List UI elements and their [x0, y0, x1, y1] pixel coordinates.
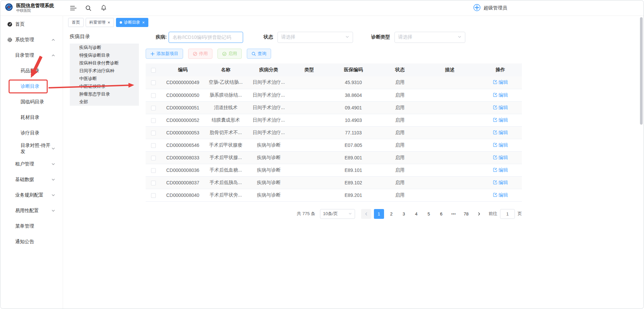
row-checkbox[interactable] — [151, 143, 156, 148]
sidebar-item[interactable]: 药品目录 — [0, 63, 63, 79]
table-row: CD0000008040手术后甲状旁...疾病与诊断E89.201启用编辑 — [146, 189, 522, 201]
chevron-down-icon — [51, 193, 55, 197]
chevron-up-icon — [51, 38, 55, 42]
edit-button[interactable]: 编辑 — [493, 105, 508, 111]
cell-name: 手术后甲状腺瘘 — [205, 139, 247, 151]
cell-description — [421, 151, 479, 164]
category-item[interactable]: 日间手术治疗病种 — [70, 67, 139, 75]
sidebar-item[interactable]: 系统管理 — [0, 32, 63, 48]
search-icon[interactable] — [85, 5, 92, 11]
edit-button[interactable]: 编辑 — [493, 155, 508, 161]
sidebar-item[interactable]: 首页 — [0, 17, 63, 32]
page-number[interactable]: 6 — [436, 209, 446, 219]
row-checkbox[interactable] — [151, 193, 156, 198]
table-row: CD0000008037手术后低胰岛...疾病与诊断E89.102启用编辑 — [146, 176, 522, 189]
disease-search-input[interactable] — [169, 32, 243, 43]
edit-button[interactable]: 编辑 — [493, 92, 508, 98]
sidebar-item[interactable]: 通知公告 — [0, 234, 63, 250]
row-checkbox[interactable] — [151, 80, 156, 85]
status-select[interactable]: 请选择 — [277, 32, 353, 43]
sidebar-item[interactable]: 目录对照-待开发 — [0, 141, 63, 156]
user-info[interactable]: 超级管理员 — [473, 4, 507, 12]
tab-item[interactable]: 科室管理× — [86, 18, 114, 27]
row-checkbox[interactable] — [151, 118, 156, 123]
row-checkbox[interactable] — [151, 168, 156, 173]
sidebar-item[interactable]: 易用性配置 — [0, 203, 63, 218]
column-header: 编码 — [161, 63, 205, 76]
sidebar-item[interactable]: 目录管理 — [0, 48, 63, 63]
sidebar-item[interactable]: 基础数据 — [0, 172, 63, 187]
cell-description — [421, 176, 479, 189]
page-number[interactable]: 1 — [374, 209, 384, 219]
collapse-menu-icon[interactable] — [70, 5, 77, 11]
table-row: CD0000008036手术后低血糖...疾病与诊断E89.101启用编辑 — [146, 164, 522, 176]
sidebar-item-active[interactable]: 诊断目录 — [0, 79, 63, 94]
edit-icon — [493, 93, 497, 98]
close-icon[interactable]: × — [108, 20, 110, 25]
edit-button[interactable]: 编辑 — [493, 117, 508, 123]
sidebar-item[interactable]: 诊疗目录 — [0, 125, 63, 141]
sidebar-item[interactable]: 租户管理 — [0, 156, 63, 172]
cell-category: 日间手术治疗... — [247, 101, 291, 114]
row-checkbox[interactable] — [151, 106, 156, 110]
edit-button[interactable]: 编辑 — [493, 142, 508, 148]
sidebar-item-label: 目录对照-待开发 — [21, 143, 51, 155]
next-page-button[interactable] — [474, 209, 484, 219]
page-number[interactable]: 5 — [424, 209, 434, 219]
category-item[interactable]: 中医诊断 — [70, 75, 139, 82]
edit-button[interactable]: 编辑 — [493, 167, 508, 173]
sidebar-item[interactable]: 国临码目录 — [0, 94, 63, 110]
category-item[interactable]: 按病种目录付费诊断 — [70, 59, 139, 67]
diagnosis-type-select[interactable]: 请选择 — [394, 32, 465, 43]
pagination: 共 775 条 10条/页 123456•••78 前往 页 — [146, 209, 522, 219]
top-header: 医院信息管理系统 中联医院 超级管理员 — [0, 0, 644, 16]
edit-icon — [493, 192, 497, 198]
category-item[interactable]: 疾病与诊断 — [70, 44, 139, 51]
sidebar-item[interactable]: 业务规则配置 — [0, 187, 63, 203]
circle-slash-icon — [193, 52, 197, 56]
column-header: 名称 — [205, 63, 247, 76]
tab-active[interactable]: 诊断目录× — [116, 18, 149, 27]
page-size-select[interactable]: 10条/页 — [320, 209, 355, 219]
edit-button[interactable]: 编辑 — [493, 79, 508, 85]
sidebar-item[interactable]: 菜单管理 — [0, 218, 63, 234]
select-all-checkbox[interactable] — [151, 68, 156, 73]
row-checkbox[interactable] — [151, 156, 156, 160]
category-item[interactable]: 全部 — [70, 98, 139, 106]
row-checkbox[interactable] — [151, 181, 156, 185]
prev-page-button[interactable] — [361, 209, 371, 219]
page-number[interactable]: 2 — [386, 209, 397, 219]
row-checkbox[interactable] — [151, 131, 156, 135]
row-checkbox[interactable] — [151, 93, 156, 98]
column-header: 类型 — [291, 63, 328, 76]
cell-type — [291, 114, 328, 126]
query-button[interactable]: 查询 — [247, 49, 271, 59]
category-item[interactable]: 肿瘤形态学目录 — [70, 90, 139, 98]
chevron-down-icon — [51, 178, 55, 182]
cell-description — [421, 114, 479, 126]
status-filter-label: 状态 — [264, 34, 273, 40]
category-item[interactable]: 中医证候目录 — [70, 82, 139, 90]
close-icon[interactable]: × — [142, 20, 145, 25]
goto-page-input[interactable] — [500, 209, 515, 219]
disable-button[interactable]: 停用 — [188, 49, 212, 59]
tab-bar: 首页科室管理×诊断目录× — [63, 16, 644, 29]
edit-button[interactable]: 编辑 — [493, 130, 508, 136]
tab-item[interactable]: 首页 — [68, 18, 84, 27]
category-item[interactable]: 特慢病诊断目录 — [70, 51, 139, 59]
diagnosis-table: 编码名称疾病分类类型医保编码状态描述操作 CD0000000049空肠-乙状结肠… — [146, 63, 522, 202]
sidebar-item[interactable]: 耗材目录 — [0, 110, 63, 125]
edit-button[interactable]: 编辑 — [493, 180, 508, 186]
edit-button[interactable]: 编辑 — [493, 192, 508, 198]
page-number[interactable]: 3 — [399, 209, 409, 219]
cell-code: CD0000008040 — [161, 189, 205, 201]
sidebar-menu: 首页系统管理目录管理药品目录诊断目录国临码目录耗材目录诊疗目录目录对照-待开发租… — [0, 17, 63, 250]
bell-icon[interactable] — [100, 5, 107, 11]
scrollbar[interactable] — [640, 17, 643, 125]
sidebar-item-label: 耗材目录 — [21, 114, 39, 121]
page-number[interactable]: 4 — [411, 209, 421, 219]
page-number[interactable]: 78 — [461, 209, 471, 219]
pager-ellipsis[interactable]: ••• — [449, 209, 459, 219]
enable-button[interactable]: 启用 — [217, 49, 242, 59]
add-item-button[interactable]: 添加新项目 — [146, 49, 183, 59]
